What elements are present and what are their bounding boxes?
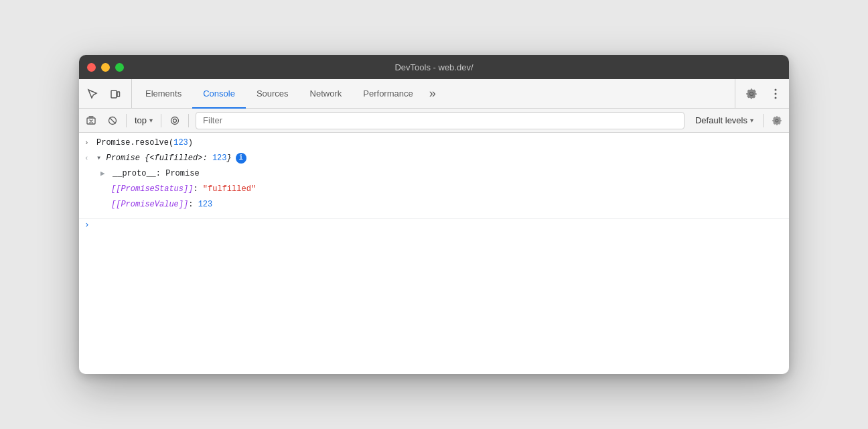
toolbar-right-icons xyxy=(735,79,786,108)
live-expressions-button[interactable] xyxy=(165,111,184,130)
console-text-5: [[PromiseValue]]: 123 xyxy=(111,198,212,210)
collapse-arrow-2[interactable]: ▾ xyxy=(96,154,106,163)
filter-area[interactable] xyxy=(196,112,684,129)
promise-value: 123 xyxy=(212,154,227,163)
inspect-element-button[interactable] xyxy=(82,83,103,105)
settings-button[interactable] xyxy=(741,83,762,105)
context-dropdown-arrow: ▾ xyxy=(149,117,153,124)
svg-point-8 xyxy=(173,119,177,122)
context-value: top xyxy=(135,115,147,125)
promise-value-key: [[PromiseValue]] xyxy=(111,200,188,209)
console-prompt-line[interactable]: › xyxy=(79,218,789,231)
tab-performance[interactable]: Performance xyxy=(352,80,423,109)
prompt-arrow: › xyxy=(84,220,90,230)
back-arrow-2: ‹ xyxy=(84,152,92,164)
default-levels-label: Default levels xyxy=(695,115,747,125)
context-selector[interactable]: top ▾ xyxy=(131,114,157,127)
svg-rect-1 xyxy=(117,92,120,97)
svg-point-7 xyxy=(171,117,179,124)
tab-console[interactable]: Console xyxy=(192,80,246,109)
clear-console-button[interactable] xyxy=(82,111,100,130)
titlebar: DevTools - web.dev/ xyxy=(79,55,789,79)
info-badge[interactable]: i xyxy=(236,153,246,164)
console-line-2: ‹ ▾ Promise {<fulfilled>: 123}i xyxy=(79,151,789,166)
tab-toolbar: Elements Console Sources Network Perform… xyxy=(79,79,789,109)
svg-rect-0 xyxy=(111,90,117,98)
tab-elements[interactable]: Elements xyxy=(135,80,192,109)
console-toolbar: top ▾ Default levels ▾ xyxy=(79,109,789,133)
divider-1 xyxy=(126,114,127,127)
text-part-close: ) xyxy=(188,138,193,147)
window-title: DevTools - web.dev/ xyxy=(394,62,473,72)
promise-status-key: [[PromiseStatus]] xyxy=(111,184,193,194)
divider-2 xyxy=(161,114,161,127)
svg-point-4 xyxy=(775,97,777,99)
promise-value-num: 123 xyxy=(198,200,213,209)
proto-separator: : Promise xyxy=(156,169,200,178)
console-line-4: [[PromiseStatus]]: "fulfilled" xyxy=(106,182,789,197)
console-output: › Promise.resolve(123) ‹ ▾ Promise {<ful… xyxy=(79,133,789,374)
console-text-1: Promise.resolve(123) xyxy=(96,137,193,149)
proto-expand-arrow[interactable]: ▶ xyxy=(100,168,108,180)
minimize-button[interactable] xyxy=(101,63,110,72)
device-toolbar-button[interactable] xyxy=(104,83,126,105)
console-text-2: ▾ Promise {<fulfilled>: 123}i xyxy=(96,152,246,164)
console-line-1: › Promise.resolve(123) xyxy=(79,135,789,151)
promise-value-sep: : xyxy=(188,200,198,209)
console-settings-button[interactable] xyxy=(768,111,786,130)
maximize-button[interactable] xyxy=(115,63,124,72)
close-button[interactable] xyxy=(87,63,96,72)
console-line-3: ▶ __proto__: Promise xyxy=(95,166,789,182)
default-levels-arrow: ▾ xyxy=(750,117,753,124)
console-text-4: [[PromiseStatus]]: "fulfilled" xyxy=(111,183,256,195)
main-tabs: Elements Console Sources Network Perform… xyxy=(135,79,732,108)
expand-arrow-1[interactable]: › xyxy=(84,137,92,149)
traffic-lights xyxy=(87,63,124,72)
svg-point-2 xyxy=(775,88,777,90)
promise-status-value: "fulfilled" xyxy=(203,184,256,194)
text-part-number: 123 xyxy=(173,138,188,147)
promise-label: Promise {<fulfilled>: xyxy=(106,154,212,163)
console-text-3: __proto__: Promise xyxy=(113,168,200,180)
toolbar-left-icons xyxy=(82,79,132,108)
divider-3 xyxy=(188,114,189,127)
promise-close: } xyxy=(226,154,231,163)
filter-input[interactable] xyxy=(200,115,680,125)
tab-sources[interactable]: Sources xyxy=(246,80,299,109)
more-options-button[interactable] xyxy=(765,83,786,105)
tab-more-button[interactable]: » xyxy=(424,80,441,109)
block-button[interactable] xyxy=(103,111,122,130)
promise-status-sep: : xyxy=(193,184,202,194)
devtools-window: DevTools - web.dev/ Elements Console xyxy=(79,55,789,374)
divider-4 xyxy=(763,114,764,127)
console-line-5: [[PromiseValue]]: 123 xyxy=(106,197,789,212)
default-levels-selector[interactable]: Default levels ▾ xyxy=(690,114,759,127)
proto-key: __proto__ xyxy=(113,169,156,178)
text-part: Promise.resolve( xyxy=(96,138,173,147)
tab-network[interactable]: Network xyxy=(299,80,353,109)
svg-point-3 xyxy=(775,93,777,95)
